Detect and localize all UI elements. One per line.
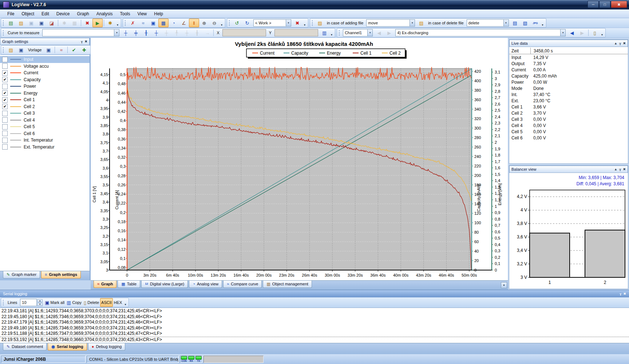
export-jpg-button[interactable]: JPG <box>530 19 541 27</box>
new-file-button[interactable]: ▤ <box>6 19 16 27</box>
tab-dataset-comment[interactable]: ✎Dataset comment <box>3 343 47 351</box>
curve-row-power[interactable]: Power <box>0 83 90 90</box>
measure-xy-button[interactable]: ┼ <box>120 28 131 37</box>
y-value-field[interactable] <box>274 29 318 36</box>
checkbox-cell-3[interactable] <box>2 111 8 116</box>
x-value-field[interactable] <box>222 29 266 36</box>
dropdown-arrow-icon[interactable]: ▼ <box>410 20 415 26</box>
copy-log-button[interactable]: ▥Copy <box>66 298 83 307</box>
zoom-in-button[interactable]: ⊕ <box>199 19 209 27</box>
curve-row-energy[interactable]: ✔Energy <box>0 90 90 97</box>
pin-icon[interactable]: ┰ <box>619 41 621 45</box>
toolbar-overflow-button[interactable]: ▾ <box>541 19 545 27</box>
add-link-button[interactable]: ↻ <box>242 19 252 27</box>
spinner-buttons[interactable]: ▲▼ <box>37 299 43 306</box>
dropdown-arrow-icon[interactable]: ▼ <box>367 29 372 36</box>
tab-compare-curve[interactable]: ≈Compare curve <box>223 281 262 288</box>
checkbox-input[interactable] <box>2 57 8 62</box>
load-template-button[interactable]: ▨ <box>6 46 16 54</box>
copy-measure-button[interactable]: ▥ <box>319 28 329 37</box>
hide-curves-button[interactable]: ≈ <box>56 46 66 54</box>
collapse-icon[interactable]: ▲ <box>614 41 617 45</box>
spin-up-icon[interactable]: ▲ <box>37 299 43 302</box>
import-button[interactable]: ◪ <box>47 19 57 27</box>
check-add-button[interactable]: ✚ <box>79 46 89 54</box>
open-device-button[interactable]: ▶ <box>92 19 103 27</box>
check-visible-button[interactable]: ✔ <box>69 46 79 54</box>
menu-analysis[interactable]: Analysis <box>93 10 116 17</box>
menu-tools[interactable]: Tools <box>116 10 134 17</box>
curve-row-ext-temperatur[interactable]: Ext. Temperatur <box>0 144 90 151</box>
dropdown-arrow-icon[interactable]: ▼ <box>286 20 291 26</box>
channel-selector[interactable]: Channel1▼ <box>343 29 373 36</box>
close-device-button[interactable]: ✖ <box>82 19 92 27</box>
pin-icon[interactable]: ┰ <box>81 40 83 43</box>
menu-help[interactable]: Help <box>150 10 167 17</box>
maximize-button[interactable]: □ <box>599 1 610 8</box>
close-icon[interactable]: ✖ <box>623 292 626 296</box>
dropdown-arrow-icon[interactable]: ▼ <box>503 20 509 26</box>
curve-row-capacity[interactable]: ✔Capacity <box>0 76 90 83</box>
collapse-icon[interactable]: ▲ <box>614 167 617 171</box>
save-template-as-button[interactable]: ▣ <box>43 46 54 54</box>
checkbox-cell-6[interactable] <box>2 131 8 136</box>
delete-log-button[interactable]: ▯Delete <box>83 298 100 307</box>
export-data-button[interactable]: ▧ <box>520 19 530 27</box>
curve-row-input[interactable]: Input <box>0 56 90 63</box>
lines-count[interactable]: 10▲▼ <box>20 299 43 306</box>
log-line[interactable]: 22:19:47,179 [A] $1;6;;14285;7346;0;3659… <box>0 320 629 325</box>
delete-dataset-button[interactable]: ▯ <box>590 28 600 37</box>
toolbar-overflow-button[interactable]: ▾ <box>302 19 307 27</box>
menu-edit[interactable]: Edit <box>38 10 53 17</box>
toolbar-overflow-button[interactable]: ▾ <box>329 28 334 37</box>
close-icon[interactable]: ✖ <box>84 40 87 43</box>
curve-row-cell-5[interactable]: Cell 5 <box>0 123 90 130</box>
prev-dataset-button[interactable]: ◀ <box>567 28 577 37</box>
add-file-mode-button[interactable]: ▨ <box>315 19 325 27</box>
pin-icon[interactable]: ┰ <box>620 292 621 296</box>
checkbox-power[interactable] <box>2 84 8 89</box>
pin-icon[interactable]: ┰ <box>619 167 621 171</box>
checkbox-ext-temperatur[interactable] <box>2 144 8 150</box>
time-axis-button[interactable]: ◔ <box>169 19 179 27</box>
ruler-button[interactable]: ∠ <box>179 19 189 27</box>
dropdown-arrow-icon[interactable]: ▼ <box>114 29 119 36</box>
detach-window-button[interactable]: ▣ <box>148 19 158 27</box>
tab-serial-logging[interactable]: ◉Serial logging <box>48 343 87 351</box>
toolbar-overflow-button[interactable]: ▾ <box>600 28 604 37</box>
measure-list-button[interactable]: ╪ <box>131 28 141 37</box>
curve-row-cell-4[interactable]: Cell 4 <box>0 117 90 124</box>
measure-dxdy-button[interactable]: ╂ <box>141 28 151 37</box>
curve-to-measure-selector[interactable]: ▼ <box>42 29 119 36</box>
work-selector[interactable]: < Work >▼ <box>253 19 291 27</box>
curve-row-cell-1[interactable]: ✔Cell 1 <box>0 96 90 103</box>
dataset-selector[interactable]: 4) Ex-discharging▼ <box>395 29 566 36</box>
checkbox-current[interactable]: ✔ <box>2 70 8 76</box>
checkbox-int-temperatur[interactable] <box>2 138 8 143</box>
delete-file-mode-selector[interactable]: delete▼ <box>467 19 509 27</box>
bar-view-button[interactable]: ‖ <box>189 19 199 27</box>
tab-analog-view[interactable]: ◔Analog view <box>189 281 222 288</box>
pin-curve-button[interactable]: ≈ <box>138 19 148 27</box>
tab-object-management[interactable]: ▥Object management <box>263 281 312 288</box>
close-icon[interactable]: ✖ <box>623 41 626 45</box>
toolbar-overflow-button[interactable]: ▾ <box>115 19 120 27</box>
open-file-button[interactable]: ▨ <box>16 19 26 27</box>
checkbox-energy[interactable]: ✔ <box>2 90 8 96</box>
save-template-button[interactable]: ▣ <box>16 46 26 54</box>
close-button[interactable]: ✖ <box>611 1 627 8</box>
curve-row-cell-3[interactable]: Cell 3 <box>0 110 90 117</box>
log-line[interactable]: 22:19:53,192 [A] $1;6;;14285;7348;0;3660… <box>0 337 629 343</box>
save-as-button[interactable]: ▣ <box>36 19 47 27</box>
log-line[interactable]: 22:19:49,180 [A] $1;6;;14285;7346;0;3659… <box>0 325 629 331</box>
log-line[interactable]: 22:19:51,188 [A] $1;6;;14285;7347;0;3659… <box>0 331 629 337</box>
spin-down-icon[interactable]: ▼ <box>37 303 43 306</box>
delete-axis-button[interactable]: ✗ <box>128 19 138 27</box>
menu-view[interactable]: View <box>134 10 150 17</box>
device-gears-button[interactable]: ✱ <box>105 19 115 27</box>
adding-file-mode-selector[interactable]: move▼ <box>366 19 415 27</box>
graph-grid-button[interactable]: ▦ <box>158 19 169 27</box>
tab-graph-settings[interactable]: ≡Graph settings <box>41 271 81 278</box>
hex-toggle[interactable]: HEX <box>113 298 123 307</box>
close-icon[interactable]: ✖ <box>623 167 626 171</box>
